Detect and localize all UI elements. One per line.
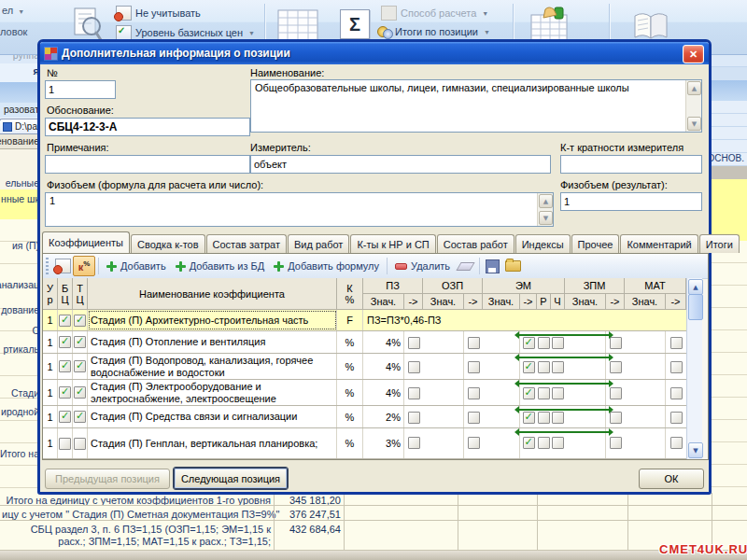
tab-9[interactable]: Комментарий — [620, 234, 698, 253]
coefficient-row-3[interactable]: 1Стадия (П) Водопровод, канализация, гор… — [43, 354, 686, 380]
coefficient-row-5[interactable]: 1Стадия (П) Средства связи и сигнализаци… — [43, 406, 686, 428]
checkbox-em_a-checked[interactable] — [523, 387, 535, 399]
coefficient-row-1[interactable]: 1Стадия (П) Архитектурно-строительная ча… — [43, 310, 686, 331]
tab-8[interactable]: Прочее — [571, 234, 620, 253]
coefficient-name[interactable]: Стадия (П) Отопление и вентиляция — [88, 331, 337, 353]
checkbox-bc-checked[interactable] — [59, 336, 71, 348]
scroll-down-icon[interactable]: ▼ — [539, 211, 553, 225]
checkbox-r[interactable] — [538, 437, 550, 449]
scrollbar-thumb[interactable] — [688, 294, 703, 320]
checkbox-bc-checked[interactable] — [59, 315, 71, 327]
basis-field[interactable] — [45, 118, 250, 136]
checkbox-bc-checked[interactable] — [59, 360, 71, 372]
checkbox-ozp_a[interactable] — [468, 361, 480, 373]
checkbox-zpm_a[interactable] — [610, 387, 622, 399]
checkbox-tc[interactable] — [74, 438, 86, 450]
dialog-titlebar[interactable]: Дополнительная информация о позиции ✕ — [40, 42, 709, 64]
checkbox-pz_a[interactable] — [408, 387, 420, 399]
checkbox-tc-checked[interactable] — [74, 315, 86, 327]
add-formula-button[interactable]: Добавить формулу — [269, 259, 384, 273]
calc-method-button[interactable]: Способ расчета▼ — [381, 6, 488, 21]
open-folder-icon[interactable] — [505, 260, 521, 272]
background-file-tab[interactable]: D:\pa — [0, 119, 41, 134]
checkbox-em_a-checked[interactable] — [523, 361, 535, 373]
phys-result-field[interactable] — [560, 192, 702, 211]
table-vertical-scrollbar[interactable]: ▲ ▼ — [686, 278, 702, 459]
checkbox-em_a-checked[interactable] — [523, 437, 535, 449]
num-field[interactable] — [45, 80, 116, 99]
tab-5[interactable]: К-ты к НР и СП — [350, 234, 435, 253]
scroll-up-icon[interactable]: ▲ — [687, 81, 701, 95]
checkbox-ozp_a[interactable] — [468, 437, 480, 449]
checkbox-mat_a[interactable] — [670, 412, 683, 424]
delete-button[interactable]: Удалить — [390, 259, 455, 273]
add-from-db-button[interactable]: Добавить из БД — [171, 259, 270, 273]
checkbox-tc-checked[interactable] — [74, 360, 86, 372]
checkbox-zpm_a[interactable] — [610, 437, 622, 449]
coefficient-name[interactable]: Стадия (П) Архитектурно-строительная час… — [88, 310, 337, 330]
checkbox-mat_a[interactable] — [670, 387, 683, 399]
add-button[interactable]: Добавить — [102, 259, 171, 273]
coefficient-row-2[interactable]: 1Стадия (П) Отопление и вентиляция%4% — [43, 331, 686, 354]
not-count-coeff-button[interactable] — [52, 257, 73, 275]
coefficient-row-4[interactable]: 1Стадия (П) Электрооборудование и электр… — [43, 380, 686, 406]
coefficient-name[interactable]: Стадия (П) Генплан, вертикальная планиро… — [88, 428, 337, 458]
checkbox-bc[interactable] — [59, 438, 71, 450]
scroll-up-icon[interactable]: ▲ — [539, 194, 553, 208]
tab-7[interactable]: Индексы — [515, 234, 571, 253]
checkbox-tc-checked[interactable] — [74, 411, 86, 423]
close-icon[interactable]: ✕ — [683, 45, 704, 63]
checkbox-ch[interactable] — [552, 387, 564, 399]
notes-field[interactable] — [45, 155, 250, 174]
coefficient-row-6[interactable]: 1Стадия (П) Генплан, вертикальная планир… — [43, 428, 686, 459]
ribbon-fragment-header[interactable]: ловок — [0, 26, 27, 37]
tab-1[interactable]: Коэффициенты — [42, 231, 130, 253]
name-field-scrollbar[interactable]: ▲ ▼ — [685, 80, 701, 132]
coefficient-name[interactable]: Стадия (П) Средства связи и сигнализации — [88, 406, 337, 427]
scroll-down-icon[interactable]: ▼ — [688, 442, 703, 458]
coefficient-name[interactable]: Стадия (П) Электрооборудование и электро… — [88, 380, 337, 405]
prev-position-button[interactable]: Предыдущая позиция — [45, 469, 170, 489]
checkbox-pz_a[interactable] — [408, 412, 420, 424]
checkbox-pz_a[interactable] — [408, 361, 420, 373]
checkbox-ozp_a[interactable] — [468, 337, 480, 349]
ok-button[interactable]: ОК — [639, 469, 704, 489]
base-price-level-button[interactable]: ✓ Уровень базисных цен▼ — [116, 25, 255, 40]
tab-2[interactable]: Сводка к-тов — [131, 234, 205, 253]
checkbox-ch[interactable] — [552, 437, 564, 449]
toolbar-grip[interactable] — [46, 258, 49, 274]
checkbox-zpm_a[interactable] — [610, 361, 622, 373]
scroll-down-icon[interactable]: ▼ — [687, 117, 701, 131]
sum-button[interactable]: Σ — [340, 9, 370, 39]
eraser-icon[interactable] — [456, 262, 474, 271]
checkbox-mat_a[interactable] — [670, 437, 683, 449]
checkbox-bc-checked[interactable] — [59, 386, 71, 399]
meter-mult-field[interactable] — [560, 155, 702, 174]
checkbox-mat_a[interactable] — [670, 337, 683, 349]
meter-field[interactable] — [250, 155, 551, 174]
scroll-up-icon[interactable]: ▲ — [688, 279, 703, 295]
checkbox-pz_a[interactable] — [408, 337, 420, 349]
checkbox-ch[interactable] — [552, 361, 564, 373]
checkbox-r[interactable] — [538, 387, 550, 399]
tab-6[interactable]: Состав работ — [437, 234, 514, 253]
not-count-button[interactable]: Не учитывать — [116, 6, 201, 21]
checkbox-ozp_a[interactable] — [468, 387, 480, 399]
position-totals-button[interactable]: Итоги по позиции▼ — [377, 25, 490, 38]
tab-3[interactable]: Состав затрат — [206, 234, 287, 253]
phys-formula-field[interactable]: 1 ▲ ▼ — [45, 192, 554, 227]
checkbox-pz_a[interactable] — [408, 437, 420, 449]
next-position-button[interactable]: Следующая позиция — [173, 467, 289, 490]
phys-formula-scrollbar[interactable]: ▲ ▼ — [537, 193, 553, 226]
checkbox-ozp_a[interactable] — [468, 412, 480, 424]
coefficient-mode-button[interactable]: к% — [73, 256, 95, 276]
tab-10[interactable]: Итоги — [699, 234, 740, 253]
name-field[interactable]: Общеобразовательные школы, лицеи, гимназ… — [250, 79, 702, 133]
checkbox-bc-checked[interactable] — [59, 411, 71, 423]
coefficient-name[interactable]: Стадия (П) Водопровод, канализация, горя… — [88, 354, 337, 379]
tab-4[interactable]: Вид работ — [288, 234, 349, 253]
checkbox-r[interactable] — [538, 361, 550, 373]
ribbon-fragment-section[interactable]: ел ▼ — [2, 5, 24, 16]
checkbox-mat_a[interactable] — [670, 361, 683, 373]
checkbox-tc-checked[interactable] — [74, 386, 86, 399]
